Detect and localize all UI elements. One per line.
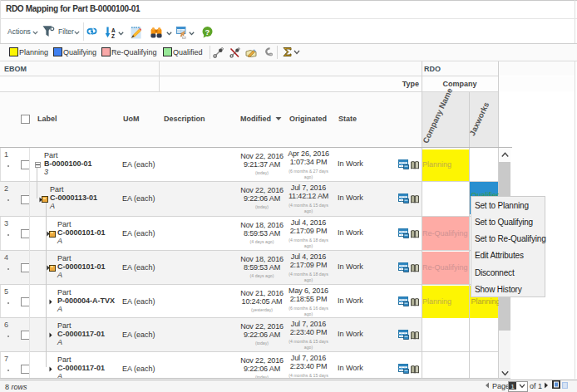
svg-text:Z: Z: [111, 33, 115, 39]
svg-text:?: ?: [205, 27, 210, 37]
svg-text:A: A: [111, 27, 116, 33]
